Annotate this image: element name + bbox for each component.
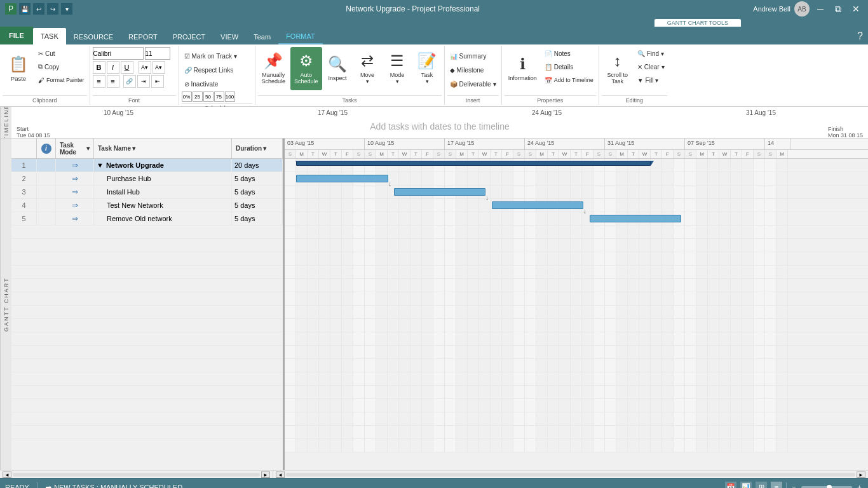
table-row[interactable] <box>11 346 283 359</box>
gantt-scrollbar-track[interactable] <box>286 473 855 477</box>
table-row[interactable] <box>11 359 283 372</box>
zoom-minus-icon[interactable]: － <box>790 482 797 488</box>
zoom-50[interactable]: 50 <box>203 92 214 102</box>
gantt-tools-tab[interactable]: GANTT CHART TOOLS <box>654 19 741 27</box>
indent-button[interactable]: ⇥ <box>137 75 150 88</box>
milestone-button[interactable]: ◆ Milestone <box>447 64 487 76</box>
align-center-button[interactable]: ≡ <box>107 75 119 88</box>
table-row[interactable]: 3 ⇒ Install Hub 5 days <box>11 186 283 199</box>
gantt-scroll-right-button[interactable]: ► <box>857 471 865 478</box>
table-row[interactable]: 1 ⇒ ▼ Network Upgrade 20 days <box>11 159 283 172</box>
notes-button[interactable]: 📄 Notes <box>542 47 596 60</box>
table-row[interactable] <box>11 279 283 292</box>
fill-dropdown[interactable]: ▾ <box>655 77 658 84</box>
task-scrollbar-track[interactable] <box>13 473 260 477</box>
name-cell-1[interactable]: ▼ Network Upgrade <box>94 159 232 172</box>
details-button[interactable]: 📋 Details <box>542 60 596 73</box>
table-row[interactable] <box>11 386 283 399</box>
summary-button[interactable]: 📊 Summary <box>447 50 489 62</box>
duration-cell-1[interactable]: 20 days <box>232 159 283 172</box>
tab-project[interactable]: PROJECT <box>165 29 213 44</box>
tab-format[interactable]: FORMAT <box>278 29 323 44</box>
header-name[interactable]: Task Name ▾ <box>94 139 232 158</box>
auto-schedule-button[interactable]: ⚙ AutoSchedule <box>290 47 322 90</box>
header-duration[interactable]: Duration ▾ <box>232 139 283 158</box>
zoom-0[interactable]: 0% <box>182 92 192 102</box>
tab-task[interactable]: TASK <box>33 28 66 44</box>
header-mode[interactable]: Task Mode ▾ <box>56 139 94 158</box>
zoom-75[interactable]: 75 <box>214 92 224 102</box>
tab-file[interactable]: FILE <box>0 27 33 44</box>
move-dropdown[interactable]: ▾ <box>366 78 369 85</box>
highlight-button[interactable]: A▾ <box>139 61 151 74</box>
header-row-num[interactable] <box>11 139 37 158</box>
gantt-bar[interactable] <box>394 188 485 196</box>
mode-button[interactable]: ☰ Mode ▾ <box>383 47 412 90</box>
gantt-scroll-left-button[interactable]: ◄ <box>276 471 285 478</box>
duration-cell-2[interactable]: 5 days <box>232 172 283 185</box>
table-view-icon[interactable]: ⊞ <box>756 482 767 489</box>
name-cell-2[interactable]: Purchase Hub <box>94 172 232 185</box>
mark-on-track-button[interactable]: ☑ Mark on Track ▾ <box>182 50 240 62</box>
information-button[interactable]: ℹ Information <box>505 47 541 90</box>
clear-dropdown[interactable]: ▾ <box>661 64 665 71</box>
help-button[interactable]: ? <box>852 28 868 44</box>
font-name-input[interactable] <box>93 47 144 60</box>
zoom-25[interactable]: 25 <box>193 92 203 102</box>
link-button[interactable]: 🔗 <box>123 75 136 88</box>
manually-schedule-button[interactable]: 📌 ManuallySchedule <box>258 47 290 90</box>
close-button[interactable]: ✕ <box>849 2 863 16</box>
zoom-100[interactable]: 100 <box>225 92 235 102</box>
respect-links-button[interactable]: 🔗 Respect Links <box>182 64 236 76</box>
table-row[interactable] <box>11 292 283 306</box>
outdent-button[interactable]: ⇤ <box>151 75 164 88</box>
gantt-view-icon[interactable]: ≡ <box>771 482 782 489</box>
bold-button[interactable]: B <box>93 61 105 74</box>
table-row[interactable] <box>11 332 283 346</box>
table-row[interactable] <box>11 399 283 412</box>
table-row[interactable]: 4 ⇒ Test New Network 5 days <box>11 199 283 212</box>
header-info[interactable]: i <box>37 139 56 158</box>
add-to-timeline-button[interactable]: 📅 Add to Timeline <box>542 74 596 86</box>
italic-button[interactable]: I <box>107 61 119 74</box>
customize-icon[interactable]: ▾ <box>61 3 72 15</box>
table-row[interactable] <box>11 319 283 332</box>
tab-resource[interactable]: RESOURCE <box>66 29 121 44</box>
task-button[interactable]: 📝 Task ▾ <box>413 47 442 90</box>
font-color-button[interactable]: A▾ <box>153 61 165 74</box>
zoom-plus-icon[interactable]: ＋ <box>856 482 863 488</box>
scroll-right-button[interactable]: ► <box>261 471 270 478</box>
paste-button[interactable]: 📋 Paste <box>3 47 34 90</box>
table-row[interactable]: 2 ⇒ Purchase Hub 5 days <box>11 172 283 186</box>
zoom-slider[interactable] <box>801 486 852 489</box>
underline-button[interactable]: U <box>121 61 133 74</box>
table-row[interactable] <box>11 412 283 426</box>
gantt-bar[interactable] <box>590 215 681 222</box>
copy-button[interactable]: ⧉ Copy <box>36 60 87 73</box>
minimize-button[interactable]: ─ <box>813 2 827 16</box>
task-dropdown[interactable]: ▾ <box>426 78 429 85</box>
deliverable-dropdown[interactable]: ▾ <box>493 81 496 88</box>
table-row[interactable] <box>11 306 283 319</box>
calendar-view-icon[interactable]: 📅 <box>725 482 736 489</box>
undo-icon[interactable]: ↩ <box>33 3 44 15</box>
table-row[interactable]: 5 ⇒ Remove Old network 5 days <box>11 212 283 226</box>
find-dropdown[interactable]: ▾ <box>661 50 664 57</box>
duration-cell-4[interactable]: 5 days <box>232 199 283 212</box>
gantt-bar[interactable] <box>296 161 651 166</box>
align-left-button[interactable]: ≡ <box>93 75 105 88</box>
find-button[interactable]: 🔍 Find ▾ <box>635 47 667 60</box>
duration-cell-3[interactable]: 5 days <box>232 186 283 198</box>
table-row[interactable] <box>11 226 283 239</box>
table-row[interactable] <box>11 426 283 439</box>
gantt-bar[interactable] <box>296 175 388 182</box>
inactivate-button[interactable]: ⊘ Inactivate <box>182 78 221 90</box>
deliverable-button[interactable]: 📦 Deliverable ▾ <box>447 78 499 90</box>
name-cell-3[interactable]: Install Hub <box>94 186 232 198</box>
table-row[interactable] <box>11 266 283 279</box>
save-icon[interactable]: 💾 <box>19 3 31 15</box>
table-row[interactable] <box>11 252 283 266</box>
duration-cell-5[interactable]: 5 days <box>232 212 283 225</box>
font-size-input[interactable] <box>145 47 170 60</box>
tab-view[interactable]: VIEW <box>213 29 246 44</box>
